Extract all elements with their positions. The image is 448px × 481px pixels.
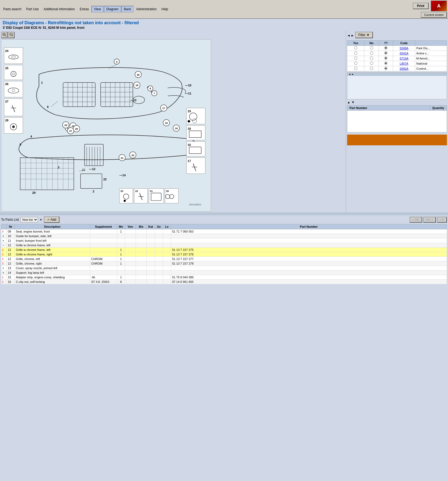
table-row: i 12 Grille w chrome frame, left 1 51 13…: [1, 248, 447, 252]
add-button[interactable]: ✓ Add: [44, 216, 59, 223]
filter-code[interactable]: S992A: [393, 66, 415, 71]
menu-diagram[interactable]: Diagram: [104, 6, 121, 12]
row-nr: 16: [7, 280, 15, 284]
row-supplement: [90, 266, 117, 271]
row-le: [163, 229, 171, 234]
current-screen-button[interactable]: Current screen: [421, 12, 447, 18]
row-le: [163, 266, 171, 271]
filter-radio-yes[interactable]: [347, 56, 364, 61]
diagram-image[interactable]: 24 25 26 27 28: [1, 39, 211, 212]
mg-next-button[interactable]: MG »: [423, 217, 436, 223]
table-row: + 13 Cover, spray nozzle, primed left: [1, 266, 447, 271]
filter-panel: ◄ ► Filter ▼ Yes No ?? Code S508A Park D…: [346, 31, 448, 213]
filter-radio-no[interactable]: [364, 46, 379, 51]
menu-view[interactable]: View: [91, 6, 103, 12]
row-nr: 11: [7, 238, 15, 243]
list-select[interactable]: New list: [20, 217, 38, 222]
zoom-in-icon: [2, 33, 6, 38]
row-ge: [155, 271, 163, 275]
row-nr: 14: [7, 271, 15, 275]
mg-prev-button[interactable]: « MG: [410, 217, 422, 223]
zoom-in-button[interactable]: [1, 32, 8, 38]
filter-radio-qq[interactable]: [379, 46, 393, 51]
row-supplement: [90, 234, 117, 238]
filter-radio-qq[interactable]: [379, 61, 393, 66]
arrow-down[interactable]: ▼: [351, 100, 355, 104]
row-supplement: [90, 243, 117, 248]
svg-text:—13: —13: [130, 99, 136, 102]
row-icon: i: [1, 275, 7, 280]
row-kat: [147, 229, 155, 234]
part-number-panel: Part Number Quantity: [347, 105, 447, 132]
menu-additional-info[interactable]: Additional Information: [41, 6, 77, 12]
filter-code[interactable]: S508A: [393, 46, 415, 51]
filter-radio-qq[interactable]: [379, 51, 393, 56]
row-description: Insert, bumper front left: [15, 238, 90, 243]
arrow-left[interactable]: ◄: [347, 34, 350, 37]
zoom-out-button[interactable]: [8, 32, 15, 38]
scroll-top-bar[interactable]: ◄ ►: [347, 73, 447, 76]
table-row: i 12 Grille, chrome, left CHROM 1 51 13 …: [1, 257, 447, 261]
d-prev-button[interactable]: « D: [437, 217, 447, 223]
filter-code[interactable]: S715A: [393, 56, 415, 61]
filter-desc: Park Dis...: [415, 46, 447, 51]
filter-radio-qq[interactable]: [379, 56, 393, 61]
filter-code[interactable]: S541A: [393, 51, 415, 56]
menu-help[interactable]: Help: [159, 6, 170, 12]
filter-header-desc: [415, 41, 447, 46]
row-description: Grille, chrome, left: [15, 257, 90, 261]
row-description: Guide for bumper, side, left: [15, 234, 90, 238]
menu-extras[interactable]: Extras: [77, 6, 91, 12]
row-part-number: 07 14 6 951 655: [171, 280, 447, 284]
filter-radio-no[interactable]: [364, 61, 379, 66]
filter-radio-no[interactable]: [364, 56, 379, 61]
filter-radio-qq[interactable]: [379, 66, 393, 71]
row-description: Grille w chrome frame, left: [15, 243, 90, 248]
filter-scroll-area: ◄ ►: [347, 72, 447, 99]
svg-text:22: 22: [135, 190, 138, 192]
filter-radio-yes[interactable]: [347, 61, 364, 66]
row-description: Cover, spray nozzle, primed left: [15, 266, 90, 271]
arrow-up[interactable]: ▲: [347, 100, 350, 104]
col-part-number: Part Number: [171, 224, 447, 229]
menu-back[interactable]: Back: [121, 6, 133, 12]
svg-text:27: 27: [69, 130, 72, 132]
filter-header-code: Code: [393, 41, 415, 46]
table-row: i 15 Adapter strip, engine-comp. shieldi…: [1, 275, 447, 280]
svg-text:28: 28: [5, 119, 8, 122]
row-le: [163, 271, 171, 275]
col-icon: [1, 224, 7, 229]
filter-radio-yes[interactable]: [347, 66, 364, 71]
svg-text:7: 7: [154, 92, 155, 95]
row-ge: [155, 229, 163, 234]
svg-text:24: 24: [5, 49, 9, 52]
svg-text:21: 21: [121, 157, 124, 159]
row-nr: 12: [7, 257, 15, 261]
filter-button[interactable]: Filter ▼: [355, 32, 373, 38]
diagram-panel: 24 25 26 27 28: [0, 31, 346, 213]
menu-administration[interactable]: Administration: [134, 6, 159, 12]
menu-part-use[interactable]: Part Use: [24, 6, 41, 12]
svg-text:21: 21: [150, 190, 153, 192]
row-kat: [147, 271, 155, 275]
menu-parts-search[interactable]: Parts search: [1, 6, 23, 12]
filter-header-qq: ??: [379, 41, 393, 46]
row-ge: [155, 275, 163, 280]
dropdown-arrow[interactable]: ▼: [40, 218, 42, 221]
row-part-number: [171, 271, 447, 275]
col-nr: Nr: [7, 224, 15, 229]
print-button[interactable]: Print: [413, 3, 429, 9]
filter-code[interactable]: L807A: [393, 61, 415, 66]
orange-panel: [347, 135, 447, 145]
row-nr: 12: [7, 248, 15, 252]
horizontal-scroll-bar[interactable]: [0, 213, 448, 215]
arrow-right[interactable]: ►: [351, 34, 354, 37]
row-description: Grille w chrome frame, left: [15, 248, 90, 252]
row-le: [163, 234, 171, 238]
filter-row: S508A Park Dis...: [347, 46, 447, 51]
filter-radio-yes[interactable]: [347, 46, 364, 51]
filter-radio-no[interactable]: [364, 66, 379, 71]
filter-desc: Control...: [415, 66, 447, 71]
filter-radio-yes[interactable]: [347, 51, 364, 56]
filter-radio-no[interactable]: [364, 51, 379, 56]
